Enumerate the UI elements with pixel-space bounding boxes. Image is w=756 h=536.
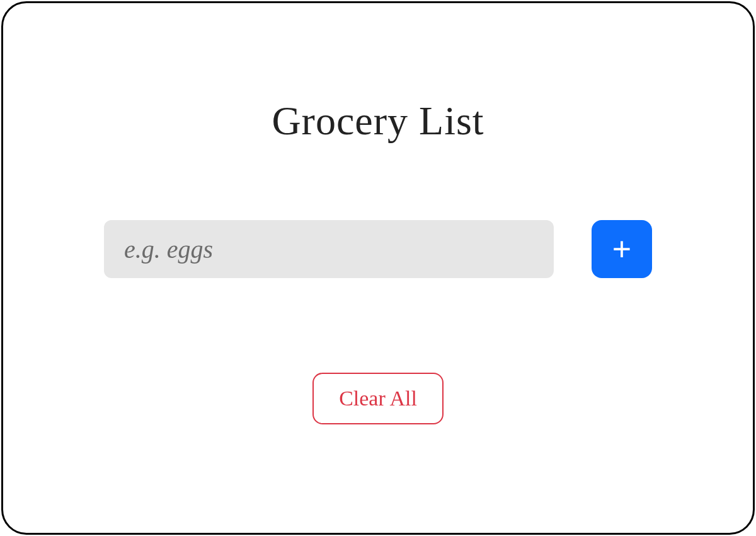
app-card: Grocery List + Clear All [1, 1, 755, 535]
clear-all-button[interactable]: Clear All [312, 373, 444, 424]
input-row: + [104, 220, 652, 278]
plus-icon: + [612, 233, 631, 265]
clear-all-label: Clear All [339, 387, 417, 410]
add-button[interactable]: + [592, 220, 652, 278]
item-input[interactable] [104, 220, 554, 278]
page-title: Grocery List [272, 98, 484, 144]
